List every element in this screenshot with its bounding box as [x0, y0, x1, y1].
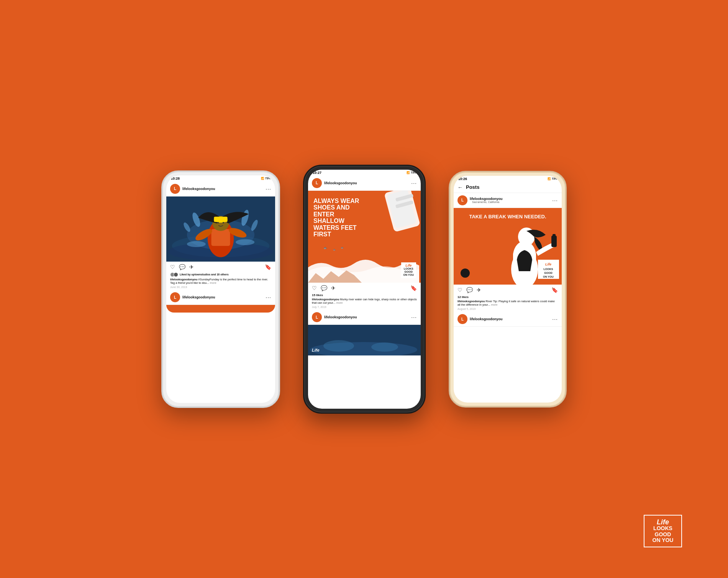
- ig-username2-center[interactable]: lifelooksgoodonyou: [324, 315, 411, 319]
- fish-1: 🐟: [323, 246, 327, 250]
- heart-icon-center[interactable]: ♡: [312, 285, 317, 291]
- likes-text-left: Liked by uptownstudios and 16 others: [180, 273, 229, 276]
- share-icon-left[interactable]: ✈: [189, 264, 194, 270]
- fish-3: 🐟: [341, 246, 344, 249]
- action-bar-right: ♡ 💬 ✈ 🔖: [454, 285, 562, 295]
- bookmark-icon-right[interactable]: 🔖: [551, 287, 558, 293]
- status-icons-center: 📶 73%: [407, 171, 416, 174]
- ig-more-center[interactable]: ···: [411, 180, 417, 186]
- orange-headline: ALWAYS WEAR SHOES AND ENTER SHALLOW WATE…: [313, 198, 363, 238]
- caption-right: lifelooksgoodonyou River Tip: Playing it…: [454, 300, 562, 308]
- more-center[interactable]: more: [336, 301, 343, 305]
- svg-point-18: [236, 239, 254, 245]
- status-icons-left: 📶 73%: [261, 177, 271, 180]
- svg-point-17: [187, 241, 206, 247]
- ig-avatar-left: L: [170, 184, 180, 194]
- caption-username-left[interactable]: lifelooksgoodonyou: [170, 278, 197, 281]
- bookmark-icon-left[interactable]: 🔖: [265, 264, 271, 270]
- svg-text:Life: Life: [545, 262, 551, 266]
- more-right[interactable]: more: [491, 303, 497, 306]
- ig-more2-left[interactable]: ···: [266, 294, 271, 300]
- status-time-left: 10:28: [171, 177, 180, 180]
- phone-inner-left: 10:28 📶 73% L lifelooksgoodonyou ···: [166, 175, 275, 403]
- more-left[interactable]: more: [210, 281, 216, 285]
- share-icon-center[interactable]: ✈: [331, 285, 336, 291]
- phone-inner-center: 10:27 📶 73% L lifelooksgoodonyou ··· ALW…: [308, 170, 421, 409]
- ig-more-right[interactable]: ···: [552, 197, 558, 203]
- phone-left: 10:28 📶 73% L lifelooksgoodonyou ···: [161, 170, 280, 408]
- orange-post: ALWAYS WEAR SHOES AND ENTER SHALLOW WATE…: [308, 191, 421, 283]
- date-right: August 5, 2019: [454, 308, 562, 312]
- likes-right: 12 likes: [454, 295, 562, 300]
- posts-nav: ← Posts: [454, 182, 562, 193]
- action-bar-left: ♡ 💬 ✈ 🔖: [166, 262, 275, 272]
- svg-rect-31: [553, 234, 556, 237]
- battery-left: 73%: [265, 177, 271, 180]
- status-bar-left: 10:28 📶 73%: [166, 175, 275, 182]
- ig-username-center[interactable]: lifelooksgoodonyou: [324, 181, 411, 185]
- liked-row-left: Liked by uptownstudios and 16 others: [166, 272, 275, 278]
- status-icons-right: 📶 73%: [548, 177, 557, 180]
- ig-username-left[interactable]: lifelooksgoodonyou: [182, 187, 266, 191]
- take-break-text: TAKE A BREAK WHEN NEEDED.: [469, 214, 546, 219]
- heart-icon-left[interactable]: ♡: [170, 264, 175, 270]
- ig-avatar-right: L: [457, 195, 467, 205]
- scene: 10:28 📶 73% L lifelooksgoodonyou ···: [0, 0, 728, 578]
- svg-rect-30: [551, 236, 557, 247]
- comment-icon-center[interactable]: 💬: [321, 285, 327, 291]
- watermark-looks: LOOKS GOOD ON YOU: [653, 526, 674, 543]
- svg-point-16: [223, 222, 224, 223]
- ig-username-right[interactable]: lifelooksgoodonyou: [470, 197, 552, 201]
- caption-left: lifelooksgoodonyou #SundayFunday is the …: [166, 278, 275, 286]
- date-center: July 7, 2019: [308, 306, 421, 310]
- caption-username-center[interactable]: lifelooksgoodonyou: [312, 298, 339, 301]
- status-time-center: 10:27: [313, 171, 321, 175]
- battery-right: 73%: [552, 177, 557, 180]
- take-break-post: TAKE A BREAK WHEN NEEDED.: [454, 208, 562, 285]
- ig-avatar2-right: L: [457, 314, 467, 324]
- svg-point-26: [371, 342, 398, 352]
- ig-username2-left[interactable]: lifelooksgoodonyou: [182, 295, 266, 299]
- life-vest-svg: [371, 191, 421, 241]
- posts-title: Posts: [466, 184, 479, 190]
- heart-icon-right[interactable]: ♡: [457, 287, 462, 293]
- status-bar-center: 10:27 📶 73%: [308, 170, 421, 176]
- caption-username-right[interactable]: lifelooksgoodonyou: [457, 300, 485, 303]
- phone-inner-right: 10:26 📶 73% ← Posts L lifelooksgoodonyou…: [454, 176, 562, 403]
- logo-badge-center: Life LOOKSGOODON YOU: [401, 262, 416, 278]
- svg-point-15: [217, 222, 219, 223]
- ig-avatar-center: L: [312, 178, 322, 188]
- second-post-svg: [308, 325, 419, 355]
- comment-icon-right[interactable]: 💬: [466, 287, 473, 293]
- caption-center: lifelooksgoodonyou Murky river water can…: [308, 298, 421, 306]
- svg-text:GOOD: GOOD: [544, 272, 552, 274]
- action-bar-center: ♡ 💬 ✈ 🔖: [308, 283, 421, 293]
- ig-user-col-right: lifelooksgoodonyou Sacramento, Californi…: [470, 197, 552, 203]
- second-post-img-center: Life: [308, 325, 421, 355]
- ig-avatar2-left: L: [170, 292, 180, 302]
- battery-center: 73%: [411, 171, 416, 174]
- phone-right: 10:26 📶 73% ← Posts L lifelooksgoodonyou…: [449, 171, 567, 408]
- post-image-left: [166, 196, 275, 262]
- ig-header-center: L lifelooksgoodonyou ···: [308, 176, 421, 191]
- svg-point-25: [323, 340, 354, 352]
- likes-center: 15 likes: [308, 293, 421, 298]
- comment-icon-left[interactable]: 💬: [179, 264, 185, 270]
- ig-more-left[interactable]: ···: [266, 186, 271, 192]
- second-post-life-text: Life: [312, 348, 320, 352]
- orange-bar-left: [166, 305, 275, 313]
- ig-more2-right[interactable]: ···: [552, 316, 558, 322]
- ig-username2-right[interactable]: lifelooksgoodonyou: [470, 317, 552, 321]
- ig-header-right: L lifelooksgoodonyou Sacramento, Califor…: [454, 193, 562, 208]
- ig-header2-right: L lifelooksgoodonyou ···: [454, 312, 562, 327]
- svg-text:ON YOU: ON YOU: [543, 275, 554, 278]
- ig-location-right: Sacramento, California: [472, 201, 552, 203]
- back-arrow[interactable]: ←: [457, 184, 463, 190]
- ig-more2-center[interactable]: ···: [411, 314, 417, 320]
- svg-text:LOOKS: LOOKS: [544, 268, 553, 270]
- bookmark-icon-center[interactable]: 🔖: [410, 285, 417, 291]
- ig-header2-center: L lifelooksgoodonyou ···: [308, 310, 421, 325]
- share-icon-right[interactable]: ✈: [477, 287, 481, 293]
- ig-header-left: L lifelooksgoodonyou ···: [166, 182, 275, 196]
- status-bar-right: 10:26 📶 73%: [454, 176, 562, 182]
